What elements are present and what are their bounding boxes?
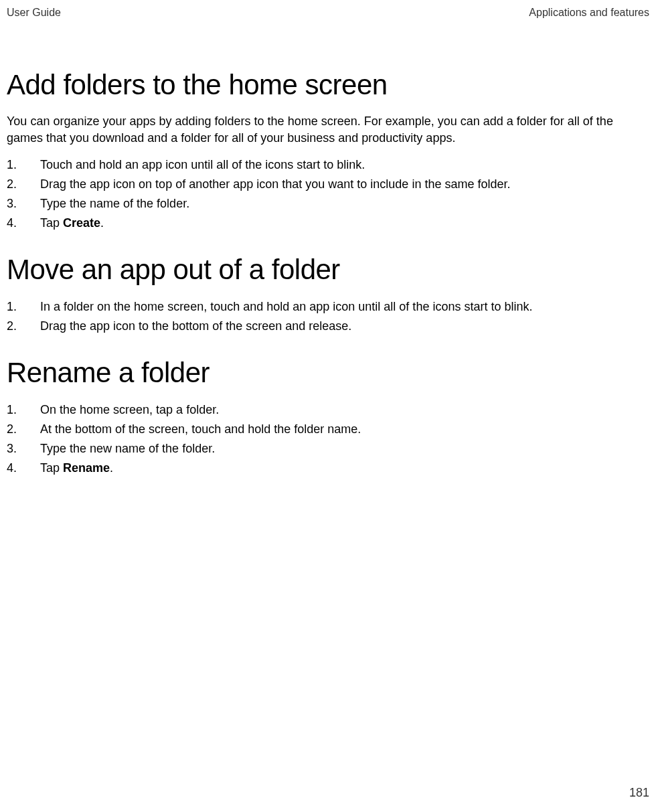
page-number: 181 xyxy=(629,786,649,800)
list-item: Drag the app icon to the bottom of the s… xyxy=(7,317,649,335)
section-intro-1: You can organize your apps by adding fol… xyxy=(7,113,649,147)
steps-list-1: Touch and hold an app icon until all of … xyxy=(7,156,649,232)
page-header: User Guide Applications and features xyxy=(7,7,649,19)
steps-list-2: In a folder on the home screen, touch an… xyxy=(7,298,649,335)
list-item: Type the name of the folder. xyxy=(7,195,649,213)
list-item: Drag the app icon on top of another app … xyxy=(7,175,649,193)
section-title-2: Move an app out of a folder xyxy=(7,254,649,286)
header-right: Applications and features xyxy=(529,7,649,19)
list-item: Tap Create. xyxy=(7,214,649,232)
section-title-3: Rename a folder xyxy=(7,357,649,389)
header-left: User Guide xyxy=(7,7,61,19)
list-item: Touch and hold an app icon until all of … xyxy=(7,156,649,174)
list-item: At the bottom of the screen, touch and h… xyxy=(7,420,649,438)
list-item: Type the new name of the folder. xyxy=(7,440,649,458)
list-item: In a folder on the home screen, touch an… xyxy=(7,298,649,316)
list-item: Tap Rename. xyxy=(7,459,649,477)
list-item: On the home screen, tap a folder. xyxy=(7,401,649,419)
steps-list-3: On the home screen, tap a folder. At the… xyxy=(7,401,649,477)
section-title-1: Add folders to the home screen xyxy=(7,69,649,101)
